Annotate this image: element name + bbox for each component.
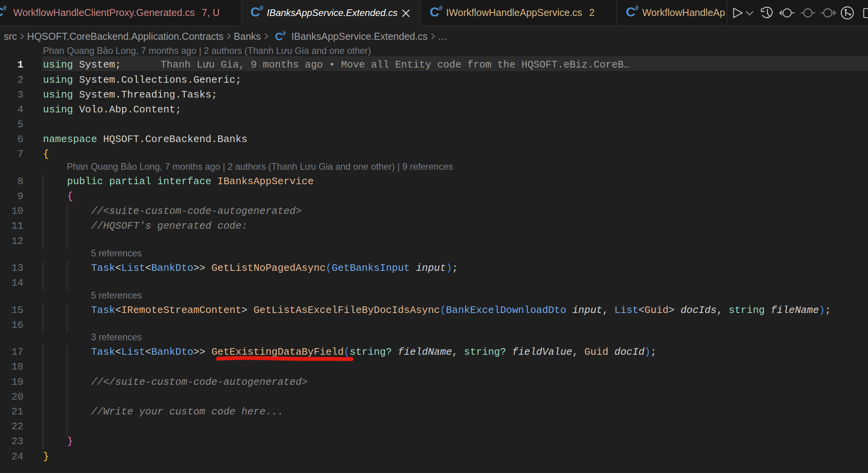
svg-text:#: # (439, 4, 443, 12)
svg-text:#: # (3, 4, 7, 12)
svg-text:C: C (250, 4, 260, 19)
svg-text:C: C (430, 4, 439, 19)
svg-text:#: # (259, 4, 263, 12)
svg-text:C: C (626, 4, 636, 19)
svg-text:C: C (275, 30, 283, 43)
svg-text:#: # (282, 30, 286, 37)
svg-text:#: # (635, 4, 639, 12)
